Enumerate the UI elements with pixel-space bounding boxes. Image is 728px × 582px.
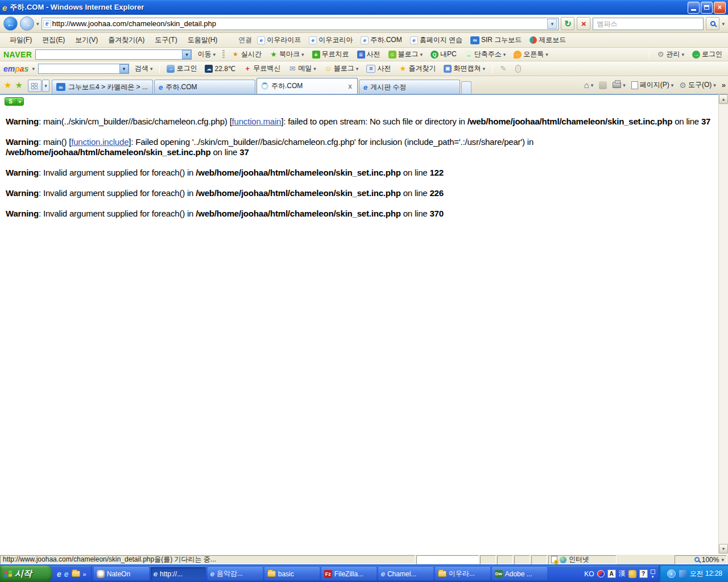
- empas-mail-button[interactable]: ✉ 메일 ▾: [286, 63, 318, 74]
- tab-board-edit[interactable]: e 게시판 수정: [359, 80, 460, 94]
- start-button[interactable]: 시작: [0, 566, 52, 582]
- link-zeroboard[interactable]: 제로보드: [527, 34, 569, 46]
- menu-help[interactable]: 도움말(H): [183, 34, 223, 47]
- print-button[interactable]: ▾: [610, 81, 628, 89]
- tab-joohaa-active[interactable]: 주하.COM x: [257, 78, 358, 94]
- menu-edit[interactable]: 편집(E): [37, 34, 70, 47]
- ime-mode-button[interactable]: A: [607, 569, 616, 578]
- scroll-down-button[interactable]: ▼: [719, 544, 728, 554]
- link-joohaa[interactable]: e 주하.COM: [358, 34, 404, 46]
- naver-manage-button[interactable]: ⚙ 관리 ▾: [654, 48, 686, 60]
- link-iwookorea[interactable]: e 이우코리아: [306, 34, 355, 46]
- search-go-button[interactable]: [706, 17, 719, 30]
- home-button[interactable]: ⌂ ▾: [582, 79, 596, 91]
- naver-dictionary-button[interactable]: ≣ 사전: [355, 48, 383, 60]
- quick-tabs-button[interactable]: [28, 80, 42, 92]
- ime-character-icon[interactable]: [628, 570, 636, 578]
- tab-close-button[interactable]: x: [347, 82, 353, 90]
- add-favorite-button[interactable]: ★: [15, 80, 22, 90]
- function-include-link[interactable]: function.include: [71, 137, 129, 147]
- command-overflow-chevron[interactable]: »: [722, 81, 726, 89]
- empas-capture-button[interactable]: ▣ 화면캡쳐 ▾: [441, 63, 487, 74]
- taskbar-item-chameleon[interactable]: e Chamel...: [378, 567, 433, 580]
- naver-bookmark-button[interactable]: ★ 북마크 ▾: [267, 48, 307, 60]
- address-dropdown[interactable]: ▾: [547, 19, 557, 29]
- back-button[interactable]: ←: [3, 16, 18, 31]
- stop-button[interactable]: ×: [577, 17, 590, 30]
- naver-logo[interactable]: NAVER: [3, 50, 32, 59]
- naver-mypc-button[interactable]: Q 내PC: [428, 48, 459, 60]
- menu-file[interactable]: 파일(F): [5, 34, 37, 47]
- naver-login-button[interactable]: → 로그인: [690, 48, 725, 60]
- restore-button[interactable]: [701, 2, 713, 14]
- tray-network-icon[interactable]: [679, 570, 686, 577]
- empas-favorites-button[interactable]: ★ 즐겨찾기: [396, 63, 438, 74]
- forward-button[interactable]: →: [20, 16, 34, 31]
- empas-blog-button[interactable]: ☺ 블로그 ▾: [322, 63, 361, 74]
- toolbar-grip[interactable]: [222, 50, 225, 59]
- page-menu-button[interactable]: 페이지(P) ▾: [629, 79, 676, 91]
- link-iwoolife[interactable]: e 이우라이프: [254, 34, 304, 46]
- quick-launch-overflow-chevron[interactable]: »: [83, 571, 86, 577]
- empas-logo-dropdown[interactable]: ▾: [32, 66, 35, 72]
- vertical-scrollbar[interactable]: ▲ ▼: [718, 94, 728, 554]
- menu-view[interactable]: 보기(V): [70, 34, 103, 47]
- scroll-up-button[interactable]: ▲: [719, 94, 728, 104]
- empas-dictionary-button[interactable]: ≣ 사전: [364, 63, 393, 74]
- function-main-link[interactable]: function.main: [232, 117, 282, 126]
- ime-language-label[interactable]: KO: [584, 570, 594, 578]
- new-tab-stub[interactable]: [461, 81, 471, 94]
- taskbar-item-http[interactable]: e http://...: [151, 567, 206, 580]
- security-zone[interactable]: 인터넷: [548, 555, 617, 564]
- favorites-center-button[interactable]: ★: [4, 80, 11, 90]
- feeds-button[interactable]: [597, 80, 609, 90]
- menu-favorites[interactable]: 즐겨찾기(A): [103, 34, 150, 47]
- quick-launch-ie-desktop-icon[interactable]: e: [57, 569, 61, 579]
- language-bar-options[interactable]: ▾: [651, 569, 655, 579]
- quick-launch-ie-icon[interactable]: e: [64, 569, 69, 579]
- empas-search-combo[interactable]: ▾: [38, 64, 129, 74]
- naver-realtime-button[interactable]: ★ 실시간: [229, 48, 264, 60]
- taskbar-item-iwoo-folder[interactable]: 이우라...: [435, 567, 490, 580]
- naver-search-combo[interactable]: ▾: [35, 49, 192, 60]
- ime-help-button[interactable]: ?: [639, 569, 648, 578]
- taskbar-item-adobe[interactable]: Dw Adobe ...: [492, 567, 547, 580]
- search-options-dropdown[interactable]: ▾: [722, 21, 725, 27]
- empas-search-button[interactable]: 검색 ▾: [133, 63, 155, 74]
- taskbar-item-basic[interactable]: basic: [264, 567, 320, 580]
- naver-blog-button[interactable]: ☺ 블로그 ▾: [386, 48, 425, 60]
- taskbar-item-music[interactable]: e 음악감...: [208, 567, 263, 580]
- ime-hanja-button[interactable]: 漢: [619, 569, 626, 579]
- empas-logo[interactable]: empas: [3, 64, 28, 73]
- quick-launch-folder-icon[interactable]: [72, 571, 80, 577]
- chevron-down-icon[interactable]: ▾: [119, 64, 129, 73]
- tab-joohaa-1[interactable]: e 주하.COM: [154, 80, 255, 94]
- link-homepage-practice[interactable]: e 홈페이지 연습: [407, 34, 465, 46]
- tools-menu-button[interactable]: ⚙ 도구(O) ▾: [677, 79, 718, 91]
- empas-mouse-button[interactable]: [513, 64, 523, 74]
- empas-weather-button[interactable]: ☁ 22.8℃: [202, 64, 238, 74]
- empas-highlight-button[interactable]: ✎: [497, 64, 510, 74]
- empas-vaccine-button[interactable]: + 무료백신: [241, 63, 283, 74]
- ime-ball-icon[interactable]: [597, 570, 605, 577]
- naver-freecare-button[interactable]: + 무료치료: [310, 48, 351, 60]
- empas-login-button[interactable]: → 로그인: [164, 63, 199, 74]
- tab-gnuboard[interactable]: ∞ 그누보드4 > 카멜레온 > ...: [52, 80, 153, 94]
- taskbar-item-filezilla[interactable]: Fz FileZilla...: [321, 567, 377, 580]
- naver-opentalk-button[interactable]: ··· 오픈톡 ▾: [511, 48, 551, 60]
- history-dropdown[interactable]: ▾: [36, 21, 39, 27]
- close-button[interactable]: ×: [714, 2, 726, 14]
- search-input[interactable]: [595, 19, 701, 28]
- clock[interactable]: 오전 12:28: [690, 569, 722, 579]
- naver-go-button[interactable]: 이동 ▾: [195, 48, 218, 60]
- menu-tools[interactable]: 도구(T): [150, 34, 182, 47]
- address-input[interactable]: [51, 19, 548, 28]
- tab-list-dropdown[interactable]: ▾: [42, 80, 49, 92]
- zoom-control[interactable]: 100% ▾: [675, 555, 727, 564]
- tray-collapse-button[interactable]: ‹: [667, 569, 676, 578]
- naver-shorturl-button[interactable]: → 단축주소 ▾: [462, 48, 508, 60]
- overlay-script-button[interactable]: S v: [5, 97, 24, 106]
- refresh-button[interactable]: ↻: [561, 17, 574, 30]
- minimize-button[interactable]: [688, 2, 700, 14]
- taskbar-item-nateon[interactable]: NateOn: [94, 567, 149, 580]
